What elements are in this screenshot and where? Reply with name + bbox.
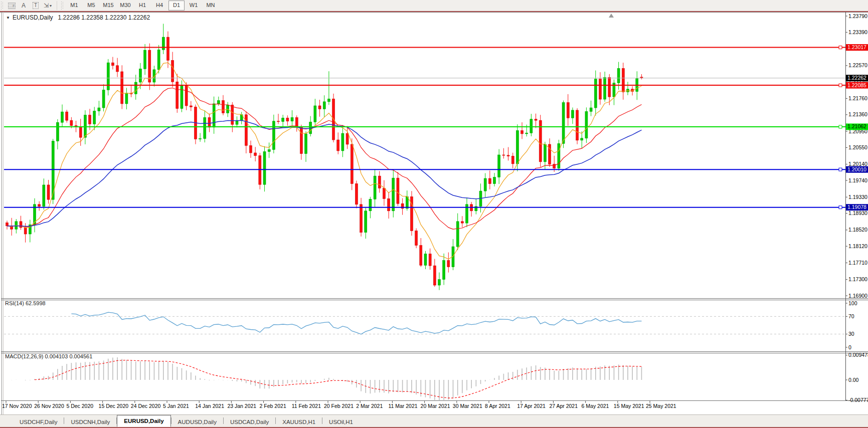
candle-body xyxy=(346,133,349,144)
candle-body xyxy=(562,103,565,144)
candle-body xyxy=(484,178,486,191)
candle-body xyxy=(305,134,307,154)
candle-body xyxy=(590,108,592,111)
chart-tab-eurusd-daily[interactable]: EURUSD,Daily xyxy=(117,415,170,427)
candle-body xyxy=(217,100,220,103)
candle-body xyxy=(502,155,505,155)
candle-body xyxy=(488,178,491,184)
symbol-dropdown-icon[interactable]: ▼ xyxy=(6,16,10,20)
candle-body xyxy=(66,112,68,120)
candle-body xyxy=(259,156,261,185)
candle-body xyxy=(461,222,463,223)
candle-body xyxy=(535,119,537,120)
candle-body xyxy=(93,111,96,124)
candle-body xyxy=(208,118,211,127)
date-tick-label: 15 Dec 2020 xyxy=(99,403,129,409)
date-tick-label: 2 Feb 2021 xyxy=(260,403,286,409)
price-tick-label: 1.17710 xyxy=(848,260,867,266)
candle-body xyxy=(424,254,427,266)
candle-body xyxy=(121,72,123,104)
date-tick-label: 11 Mar 2021 xyxy=(388,403,417,409)
candle-body xyxy=(571,110,574,118)
candle-body xyxy=(378,176,381,188)
chart-tab-xauusd-h1[interactable]: XAUUSD,H1 xyxy=(276,417,322,427)
chart-tab-audusd-daily[interactable]: AUDUSD,Daily xyxy=(171,417,223,427)
candle-body xyxy=(20,222,22,228)
date-tick-label: 5 Jan 2021 xyxy=(163,403,189,409)
date-tick-label: 20 Feb 2021 xyxy=(324,403,354,409)
candle-body xyxy=(134,82,137,94)
price-tick-label: 1.23790 xyxy=(848,13,867,19)
level-price-tag-label: 1.20010 xyxy=(847,166,866,172)
date-tick-label: 15 May 2021 xyxy=(614,403,644,409)
candle-body xyxy=(410,196,413,231)
date-tick-label: 17 Apr 2021 xyxy=(517,403,546,409)
candle-body xyxy=(438,280,440,285)
rsi-scale-label: 70 xyxy=(848,313,854,319)
candle-body xyxy=(443,261,445,280)
candle-body xyxy=(383,188,385,198)
candle-body xyxy=(185,86,188,106)
trading-terminal: FAT⇲▾ M1M5M15M30H1H4D1W1MN 1.237901.2339… xyxy=(0,0,868,428)
level-line-handle[interactable] xyxy=(839,84,842,87)
level-line-handle[interactable] xyxy=(839,125,842,128)
chart-tab-usdcnh-daily[interactable]: USDCNH,Daily xyxy=(64,417,116,427)
chart-canvas[interactable]: 1.237901.233901.229901.225701.221701.217… xyxy=(0,0,868,428)
chart-tab-usdchf-daily[interactable]: USDCHF,Daily xyxy=(13,417,64,427)
candle-body xyxy=(599,79,601,100)
candle-body xyxy=(125,93,128,104)
candle-body xyxy=(79,127,82,137)
candle-body xyxy=(507,155,509,156)
date-tick-label: 25 May 2021 xyxy=(646,403,676,409)
price-tick-label: 1.16900 xyxy=(848,293,867,299)
level-line-handle[interactable] xyxy=(839,168,842,171)
candle-body xyxy=(277,121,280,122)
candle-body xyxy=(516,130,518,163)
date-tick-label: 8 Apr 2021 xyxy=(485,403,510,409)
candle-body xyxy=(231,105,234,124)
date-tick-label: 23 Jan 2021 xyxy=(227,403,256,409)
level-line-handle[interactable] xyxy=(839,206,842,209)
candle-body xyxy=(622,68,624,92)
candle-body xyxy=(38,204,41,206)
candle-body xyxy=(544,144,546,162)
candle-body xyxy=(581,138,583,140)
chart-tab-usoil-h1[interactable]: USOil,H1 xyxy=(322,417,360,427)
candle-body xyxy=(365,211,367,233)
candle-body xyxy=(199,139,202,139)
candle-body xyxy=(254,153,257,156)
candle-body xyxy=(392,178,395,211)
price-tick-label: 1.19740 xyxy=(848,177,867,183)
date-tick-label: 20 Mar 2021 xyxy=(421,403,450,409)
candle-body xyxy=(323,102,325,109)
date-tick-label: 24 Dec 2020 xyxy=(131,403,161,409)
level-price-tag-label: 1.21062 xyxy=(847,123,866,129)
current-price-tag-label: 1.22262 xyxy=(847,75,866,81)
candle-body xyxy=(341,133,344,151)
candle-body xyxy=(530,119,533,133)
candle-body xyxy=(213,104,215,127)
price-tick-label: 1.21760 xyxy=(848,95,867,101)
candle-body xyxy=(70,120,73,126)
candle-body xyxy=(314,106,316,122)
date-tick-label: 5 Dec 2020 xyxy=(66,403,93,409)
candle-body xyxy=(374,176,376,199)
candle-body xyxy=(558,143,560,168)
candle-body xyxy=(351,144,353,184)
candle-body xyxy=(526,133,528,134)
chart-tab-usdcad-daily[interactable]: USDCAD,Daily xyxy=(224,417,275,427)
candle-body xyxy=(43,185,45,206)
candle-body xyxy=(521,130,524,133)
date-tick-label: 2 Mar 2021 xyxy=(356,403,383,409)
candle-body xyxy=(272,121,275,150)
level-line-handle[interactable] xyxy=(839,46,842,49)
candle-body xyxy=(84,115,86,138)
candle-body xyxy=(604,77,606,99)
candle-body xyxy=(116,66,119,72)
candle-body xyxy=(406,196,408,208)
price-tick-label: 1.19330 xyxy=(848,194,867,200)
date-tick-label: 6 May 2021 xyxy=(582,403,609,409)
date-tick-label: 30 Mar 2021 xyxy=(453,403,482,409)
candle-body xyxy=(263,152,266,185)
candle-body xyxy=(585,111,588,138)
